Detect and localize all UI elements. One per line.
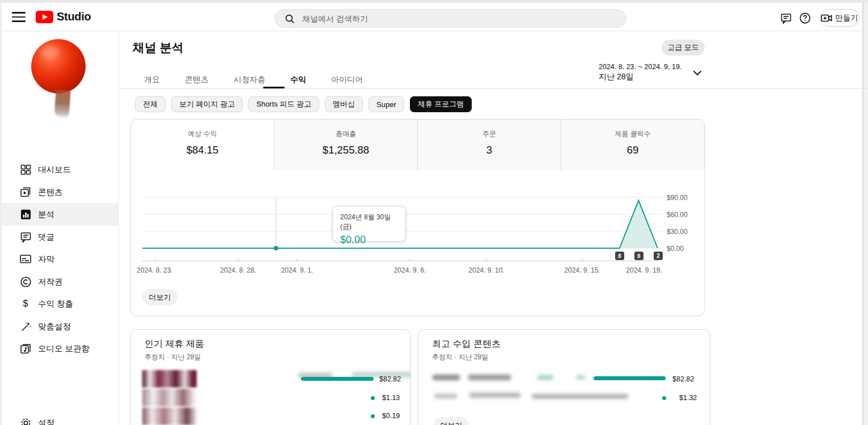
sidebar-item-label: 대시보드 xyxy=(38,164,71,175)
metric-label: 제품 클릭수 xyxy=(561,129,704,139)
subtitles-icon xyxy=(19,252,32,266)
date-range-picker[interactable]: 2024. 8. 23. ~ 2024. 9. 19. 지난 28일 xyxy=(595,61,706,85)
x-tick-4: 2024. 9. 6. xyxy=(394,266,426,274)
sidebar-item-label: 맞춤설정 xyxy=(38,321,71,332)
tab-ideas[interactable]: 아이디어 xyxy=(319,70,375,89)
y-tick-90: $90.00 xyxy=(667,194,688,202)
chip-shorts-feed-ads[interactable]: Shorts 피드 광고 xyxy=(248,96,319,112)
metric-gross-sales[interactable]: 총매출 $1,255.88 xyxy=(274,120,418,171)
row-value: $82.82 xyxy=(672,375,694,383)
sidebar-item-audio-library[interactable]: 오디오 보관함 xyxy=(2,337,119,360)
content-title-redacted xyxy=(537,375,553,380)
chip-super[interactable]: Super xyxy=(369,96,404,112)
tooltip-value: $0.00 xyxy=(340,234,398,246)
x-tick-2: 2024. 8. 28. xyxy=(220,266,256,274)
music-note-icon xyxy=(19,342,32,355)
help-icon[interactable] xyxy=(798,11,812,25)
copyright-icon xyxy=(19,275,32,288)
see-more-button[interactable]: 더보기 xyxy=(142,289,177,305)
row-value: $1.13 xyxy=(382,394,400,402)
sidebar-item-label: 오디오 보관함 xyxy=(38,343,90,354)
top-earning-content-card: 최고 수입 콘텐츠 추정치 · 지난 28일 $82.82 $1.32 더보기 xyxy=(418,329,710,425)
value-bar xyxy=(301,377,374,381)
content-title-redacted xyxy=(468,375,511,380)
channel-avatar[interactable] xyxy=(26,38,94,123)
metric-estimated-revenue[interactable]: 예상 수익 $84.15 xyxy=(131,120,274,171)
value-dot xyxy=(371,414,375,418)
product-thumbnail-redacted xyxy=(142,370,197,388)
topbar: Studio 만들기 xyxy=(2,3,862,31)
youtube-studio-logo[interactable]: Studio xyxy=(36,10,91,23)
wand-icon xyxy=(19,320,32,333)
card-title: 최고 수입 콘텐츠 xyxy=(432,338,501,350)
product-thumbnail-redacted xyxy=(142,389,197,406)
see-more-button[interactable]: 더보기 xyxy=(434,417,469,425)
studio-logo-text: Studio xyxy=(57,10,91,23)
sidebar-item-dashboard[interactable]: 대시보드 xyxy=(2,158,119,181)
sidebar-item-label: 수익 창출 xyxy=(38,299,73,309)
content-icon xyxy=(19,185,32,199)
metric-orders[interactable]: 주문 3 xyxy=(418,120,561,171)
shopping-event-icon[interactable]: $ xyxy=(615,252,624,260)
content-title-redacted xyxy=(469,393,520,398)
date-period-text: 지난 28일 xyxy=(599,72,633,82)
create-button[interactable]: 만들기 xyxy=(820,9,859,27)
axis-ticks xyxy=(155,259,644,261)
sidebar-item-comments[interactable]: 댓글 xyxy=(2,226,119,248)
chip-memberships[interactable]: 멤버십 xyxy=(325,96,363,112)
chip-affiliate-program[interactable]: 제휴 프로그램 xyxy=(410,96,472,112)
content-title-redacted xyxy=(576,375,585,380)
metric-strip: 예상 수익 $84.15 총매출 $1,255.88 주문 3 제품 클릭수 6… xyxy=(131,120,704,171)
tooltip-date: 2024년 8월 30일 (금) xyxy=(340,212,398,232)
chip-all[interactable]: 전체 xyxy=(135,96,166,112)
window-edge-right-gutter xyxy=(863,3,868,425)
x-tick-3: 2024. 9. 1. xyxy=(281,266,314,274)
sidebar-item-copyright[interactable]: 저작권 xyxy=(2,270,119,293)
create-button-label: 만들기 xyxy=(835,13,858,23)
youtube-play-icon xyxy=(36,11,53,23)
x-tick-7: 2024. 9. 19. xyxy=(626,266,662,274)
row-value: $1.32 xyxy=(679,394,697,402)
sidebar-item-customization[interactable]: 맞춤설정 xyxy=(2,315,119,338)
card-title: 인기 제휴 제품 xyxy=(145,338,204,350)
card-subtitle: 추정치 · 지난 28일 xyxy=(432,352,488,362)
search-bar[interactable] xyxy=(274,9,626,28)
sidebar-item-monetization[interactable]: $ 수익 창출 xyxy=(2,292,119,315)
tab-overview[interactable]: 개요 xyxy=(132,70,172,89)
sidebar: 대시보드 콘텐츠 분석 댓글 자막 xyxy=(2,31,119,425)
tab-content[interactable]: 콘텐츠 xyxy=(172,70,221,89)
x-tick-1: 2024. 8. 23. xyxy=(137,266,172,274)
search-icon xyxy=(283,12,297,26)
analytics-tabs: 개요 콘텐츠 시청자층 수익 아이디어 xyxy=(132,70,375,89)
comments-icon xyxy=(19,230,32,244)
product-thumbnail-redacted xyxy=(142,407,197,425)
shopping-event-icon[interactable]: $ xyxy=(634,252,643,260)
row-value: $0.19 xyxy=(382,412,400,420)
search-input[interactable] xyxy=(302,14,618,23)
chip-watch-page-ads[interactable]: 보기 페이지 광고 xyxy=(171,96,243,112)
value-dot xyxy=(371,396,375,400)
event-count-badge[interactable]: 2 xyxy=(654,252,663,260)
chart-tooltip: 2024년 8월 30일 (금) $0.00 xyxy=(333,206,405,241)
y-tick-60: $60.00 xyxy=(667,211,688,219)
dollar-icon: $ xyxy=(19,297,32,311)
menu-hamburger-icon[interactable] xyxy=(12,12,26,22)
card-subtitle: 추정치 · 지난 28일 xyxy=(145,352,201,362)
sidebar-item-label: 댓글 xyxy=(38,232,54,243)
page-title: 채널 분석 xyxy=(133,40,184,56)
feedback-icon[interactable] xyxy=(779,11,793,25)
content-title-redacted xyxy=(433,375,460,380)
value-bar xyxy=(594,376,666,380)
youtube-studio-window: Studio 만들기 대시보드 xyxy=(0,0,868,425)
dashboard-icon xyxy=(19,163,32,176)
advanced-mode-button[interactable]: 고급 모드 xyxy=(662,40,705,56)
sidebar-item-settings[interactable]: 설정 xyxy=(2,411,119,425)
metric-product-clicks[interactable]: 제품 클릭수 69 xyxy=(561,120,704,171)
sidebar-item-label: 콘텐츠 xyxy=(38,187,63,198)
sidebar-item-analytics[interactable]: 분석 xyxy=(2,203,119,226)
x-tick-5: 2024. 9. 10. xyxy=(468,266,504,274)
value-dot xyxy=(662,396,666,400)
revenue-analytics-card: 예상 수익 $84.15 총매출 $1,255.88 주문 3 제품 클릭수 6… xyxy=(130,119,705,316)
sidebar-item-content[interactable]: 콘텐츠 xyxy=(2,181,119,203)
sidebar-item-subtitles[interactable]: 자막 xyxy=(2,248,119,270)
